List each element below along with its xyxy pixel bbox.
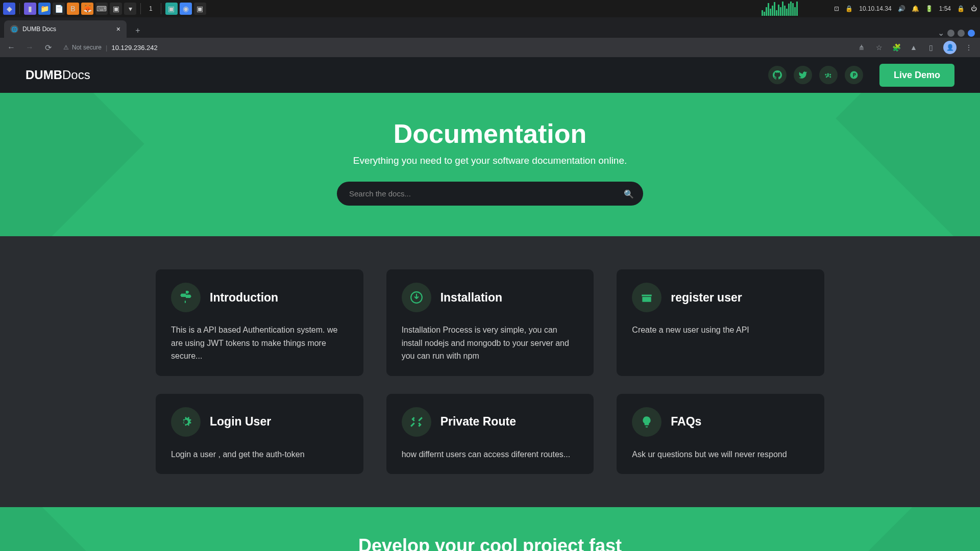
nav-forward-button[interactable]: → <box>22 40 37 55</box>
doc-card-private-route[interactable]: Private Route how differnt users can acc… <box>386 394 594 474</box>
app-launcher-icon[interactable]: ◆ <box>3 3 15 15</box>
card-description: Create a new user using the API <box>632 323 809 337</box>
terminal2-icon[interactable]: ▣ <box>110 3 122 15</box>
site-navbar: DUMBDocs Live Demo <box>0 57 980 93</box>
browser-tab-bar: 🌐 DUMB Docs × + ⌄ <box>0 17 980 38</box>
editor-icon[interactable]: 📄 <box>53 3 65 15</box>
battery-icon[interactable]: 🔋 <box>925 5 933 12</box>
warning-icon: ⚠ <box>63 44 69 51</box>
search-input[interactable] <box>337 182 643 206</box>
volume-icon[interactable]: 🔊 <box>898 5 905 12</box>
clock: 1:54 <box>939 5 951 12</box>
hero-section: Documentation Everything you need to get… <box>0 93 980 236</box>
devices-icon[interactable]: ▯ <box>926 42 936 53</box>
notifications-icon[interactable]: 🔔 <box>912 5 919 12</box>
cards-section: Introduction This is a API based Authent… <box>0 236 980 507</box>
file-manager-icon[interactable]: 📁 <box>38 3 51 15</box>
burp-icon[interactable]: B <box>67 3 79 15</box>
github-icon[interactable] <box>768 66 787 84</box>
search-icon[interactable]: 🔍 <box>624 189 634 198</box>
download-icon <box>402 283 431 312</box>
doc-card-faqs[interactable]: FAQs Ask ur questions but we will never … <box>617 394 824 474</box>
card-title: Installation <box>440 291 502 305</box>
desktop-taskbar: ◆ ▮ 📁 📄 B 🦊 ⌨ ▣ ▾ 1 ▣ ◉ ▣ ⊡ 🔒 10.10.14.3… <box>0 0 980 17</box>
doc-card-login-user[interactable]: Login User Login a user , and get the au… <box>156 394 363 474</box>
card-title: Private Route <box>440 415 516 429</box>
card-title: register user <box>671 291 742 305</box>
url-text: 10.129.236.242 <box>111 44 157 52</box>
share-icon[interactable]: ⋔ <box>856 42 867 53</box>
card-title: FAQs <box>671 415 701 429</box>
nav-reload-button[interactable]: ⟳ <box>41 40 55 55</box>
lock-icon[interactable]: 🔒 <box>957 5 965 12</box>
gears-icon <box>171 407 201 437</box>
hero-subtitle: Everything you need to get your software… <box>0 155 980 166</box>
tab-close-button[interactable]: × <box>116 25 120 33</box>
screen-record-icon[interactable]: ⊡ <box>834 5 839 12</box>
dropdown-icon[interactable]: ▾ <box>124 3 136 15</box>
card-description: Ask ur questions but we will never respo… <box>632 448 809 461</box>
slack-icon[interactable] <box>819 66 838 84</box>
card-title: Introduction <box>210 291 278 305</box>
window-maximize[interactable] <box>958 30 965 37</box>
browser-tab[interactable]: 🌐 DUMB Docs × <box>4 20 127 38</box>
taskbar-app-term[interactable]: ▣ <box>194 3 206 15</box>
firefox-icon[interactable]: 🦊 <box>81 3 93 15</box>
extensions-icon[interactable]: 🧩 <box>891 42 901 53</box>
page-content: DUMBDocs Live Demo Documentation Everyth… <box>0 57 980 551</box>
box-icon <box>632 283 662 312</box>
doc-card-register-user[interactable]: register user Create a new user using th… <box>617 269 824 376</box>
tools-icon <box>402 407 431 437</box>
hero-title: Documentation <box>0 118 980 149</box>
footer-title: Develop your cool project fast <box>0 535 980 551</box>
signpost-icon <box>171 283 201 312</box>
producthunt-icon[interactable] <box>845 66 863 84</box>
card-title: Login User <box>210 415 271 429</box>
ip-address: 10.10.14.34 <box>859 5 891 12</box>
card-description: This is a API based Authentication syste… <box>171 323 348 363</box>
tab-favicon-icon: 🌐 <box>10 25 18 33</box>
bulb-icon <box>632 407 662 437</box>
browser-url-bar: ← → ⟳ ⚠ Not secure | 10.129.236.242 ⋔ ☆ … <box>0 38 980 57</box>
profile-avatar[interactable]: 👤 <box>943 41 957 54</box>
terminal-icon[interactable]: ⌨ <box>95 3 108 15</box>
taskbar-app-burp[interactable]: ▣ <box>165 3 178 15</box>
card-description: Login a user , and get the auth-token <box>171 448 348 461</box>
vpn-icon[interactable]: 🔒 <box>845 5 853 12</box>
twitter-icon[interactable] <box>794 66 812 84</box>
live-demo-button[interactable]: Live Demo <box>879 64 954 87</box>
workspace-indicator[interactable]: 1 <box>145 5 157 12</box>
cpu-graph <box>762 2 828 16</box>
doc-card-installation[interactable]: Installation Installation Process is ver… <box>386 269 594 376</box>
window-minimize[interactable] <box>947 30 954 37</box>
card-description: Installation Process is very simple, you… <box>402 323 579 363</box>
bookmark-icon[interactable]: ☆ <box>874 42 884 53</box>
taskbar-app-icon[interactable]: ▮ <box>24 3 36 15</box>
tab-dropdown-icon[interactable]: ⌄ <box>938 28 944 38</box>
power-icon[interactable]: ⏻ <box>971 5 977 12</box>
nav-back-button[interactable]: ← <box>4 40 18 55</box>
site-logo[interactable]: DUMBDocs <box>26 68 90 82</box>
new-tab-button[interactable]: + <box>131 23 145 38</box>
footer-section: Develop your cool project fast You can s… <box>0 507 980 551</box>
security-indicator[interactable]: ⚠ Not secure <box>63 44 102 51</box>
window-close[interactable] <box>968 30 975 37</box>
url-input[interactable]: ⚠ Not secure | 10.129.236.242 <box>59 44 852 52</box>
taskbar-app-chrome[interactable]: ◉ <box>180 3 192 15</box>
user-icon[interactable]: ▲ <box>909 42 919 53</box>
tab-title: DUMB Docs <box>22 26 56 33</box>
browser-menu-icon[interactable]: ⋮ <box>964 42 974 53</box>
card-description: how differnt users can access diferent r… <box>402 448 579 461</box>
doc-card-introduction[interactable]: Introduction This is a API based Authent… <box>156 269 363 376</box>
